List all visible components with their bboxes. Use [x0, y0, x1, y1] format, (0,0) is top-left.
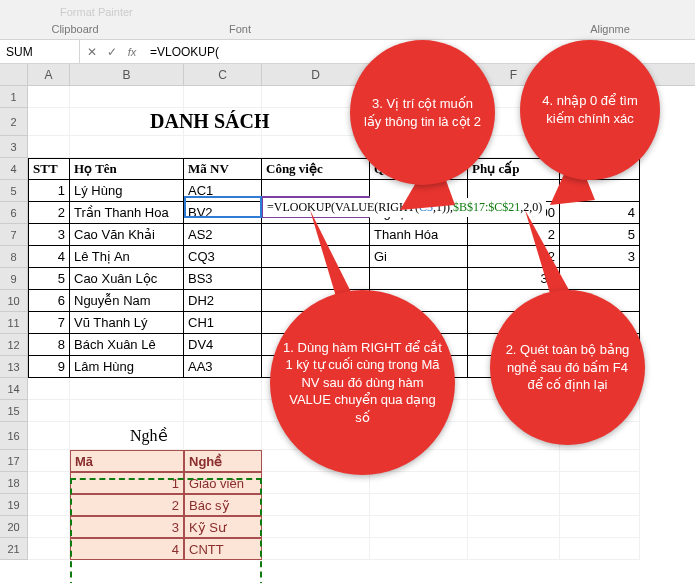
cell-stt[interactable]: 5	[28, 268, 70, 290]
cell-hoten[interactable]: Nguyễn Nam	[70, 290, 184, 312]
nghe-name[interactable]: Giáo viên	[184, 472, 262, 494]
name-box[interactable]: SUM	[0, 40, 80, 63]
row-header[interactable]: 20	[0, 516, 28, 538]
nghe-ma[interactable]: 2	[70, 494, 184, 516]
cell-manv[interactable]: CQ3	[184, 246, 262, 268]
cell-stt[interactable]: 9	[28, 356, 70, 378]
cell-manv[interactable]: AS2	[184, 224, 262, 246]
callout-1: 1. Dùng hàm RIGHT để cắt 1 ký tự cuối cù…	[270, 290, 455, 475]
cell-quequan[interactable]	[370, 268, 468, 290]
cell-hoten[interactable]: Lê Thị An	[70, 246, 184, 268]
row-header[interactable]: 10	[0, 290, 28, 312]
cell-hoten[interactable]: Lý Hùng	[70, 180, 184, 202]
nghe-ma[interactable]: 1	[70, 472, 184, 494]
nghe-name[interactable]: CNTT	[184, 538, 262, 560]
cell-manv[interactable]: AA3	[184, 356, 262, 378]
nghe-ma[interactable]: 4	[70, 538, 184, 560]
col-header-c[interactable]: C	[184, 64, 262, 85]
hdr-hoten[interactable]: Họ Tên	[70, 158, 184, 180]
col-header-d[interactable]: D	[262, 64, 370, 85]
cell-stt[interactable]: 4	[28, 246, 70, 268]
cancel-icon[interactable]: ✕	[86, 45, 98, 59]
col-header-a[interactable]: A	[28, 64, 70, 85]
hdr-stt[interactable]: STT	[28, 158, 70, 180]
cell-hoten[interactable]: Cao Xuân Lộc	[70, 268, 184, 290]
nghe-row: 19 2 Bác sỹ	[0, 494, 695, 516]
cell-hoten[interactable]: Bách Xuân Lê	[70, 334, 184, 356]
nghe-row: 18 1 Giáo viên	[0, 472, 695, 494]
cell-manv[interactable]: BV2	[184, 202, 262, 224]
cell-manv[interactable]: DH2	[184, 290, 262, 312]
row-header[interactable]: 7	[0, 224, 28, 246]
cell-quequan[interactable]: Thanh Hóa	[370, 224, 468, 246]
cell-stt[interactable]: 8	[28, 334, 70, 356]
nghe-name[interactable]: Kỹ Sư	[184, 516, 262, 538]
cell-manv[interactable]: AC1	[184, 180, 262, 202]
cell-manv[interactable]: BS3	[184, 268, 262, 290]
fx-icon[interactable]: fx	[126, 46, 138, 58]
cell-stt[interactable]: 3	[28, 224, 70, 246]
nghe-name[interactable]: Bác sỹ	[184, 494, 262, 516]
callout-3: 3. Vị trí cột muốn lấy thông tin là cột …	[350, 40, 495, 185]
row-header[interactable]: 13	[0, 356, 28, 378]
ribbon-group-clipboard: Clipboard	[10, 23, 140, 39]
row-header[interactable]: 2	[0, 108, 28, 136]
callout-2: 2. Quét toàn bộ bảng nghề sau đó bấm F4 …	[490, 290, 645, 445]
row-header[interactable]: 12	[0, 334, 28, 356]
cell-hoten[interactable]: Trần Thanh Hoa	[70, 202, 184, 224]
ribbon-group-font: Font	[140, 23, 340, 39]
cell-hoten[interactable]: Cao Văn Khải	[70, 224, 184, 246]
cell-hoten[interactable]: Vũ Thanh Lý	[70, 312, 184, 334]
row-header[interactable]: 6	[0, 202, 28, 224]
nghe-row: 21 4 CNTT	[0, 538, 695, 560]
cell-stt[interactable]: 1	[28, 180, 70, 202]
row-header[interactable]: 5	[0, 180, 28, 202]
row-header[interactable]: 18	[0, 472, 28, 494]
cell-hoten[interactable]: Lâm Hùng	[70, 356, 184, 378]
ribbon-group-alignment: Alignme	[535, 23, 685, 39]
row-header[interactable]: 19	[0, 494, 28, 516]
cell-quequan[interactable]: Gi	[370, 246, 468, 268]
cell-manv[interactable]: DV4	[184, 334, 262, 356]
row-header[interactable]: 8	[0, 246, 28, 268]
title-cell[interactable]: DANH SÁCH	[70, 108, 184, 136]
col-header-b[interactable]: B	[70, 64, 184, 85]
cell-manv[interactable]: CH1	[184, 312, 262, 334]
hdr-manv[interactable]: Mã NV	[184, 158, 262, 180]
hdr-congviec[interactable]: Công việc	[262, 158, 370, 180]
row-header[interactable]: 9	[0, 268, 28, 290]
row-header[interactable]: 21	[0, 538, 28, 560]
row-header[interactable]: 11	[0, 312, 28, 334]
nghe-title[interactable]: Nghề	[70, 422, 184, 450]
enter-icon[interactable]: ✓	[106, 45, 118, 59]
cell-stt[interactable]: 2	[28, 202, 70, 224]
cell-stt[interactable]: 6	[28, 290, 70, 312]
format-painter-label: Format Painter	[60, 6, 133, 18]
nghe-row: 20 3 Kỹ Sư	[0, 516, 695, 538]
cell-stt[interactable]: 7	[28, 312, 70, 334]
row-header[interactable]: 1	[0, 86, 28, 108]
nghe-hdr-ma[interactable]: Mã	[70, 450, 184, 472]
callout-4: 4. nhập 0 để tìm kiếm chính xác	[520, 40, 660, 180]
select-all-corner[interactable]	[0, 64, 28, 85]
nghe-ma[interactable]: 3	[70, 516, 184, 538]
nghe-hdr-nghe[interactable]: Nghề	[184, 450, 262, 472]
